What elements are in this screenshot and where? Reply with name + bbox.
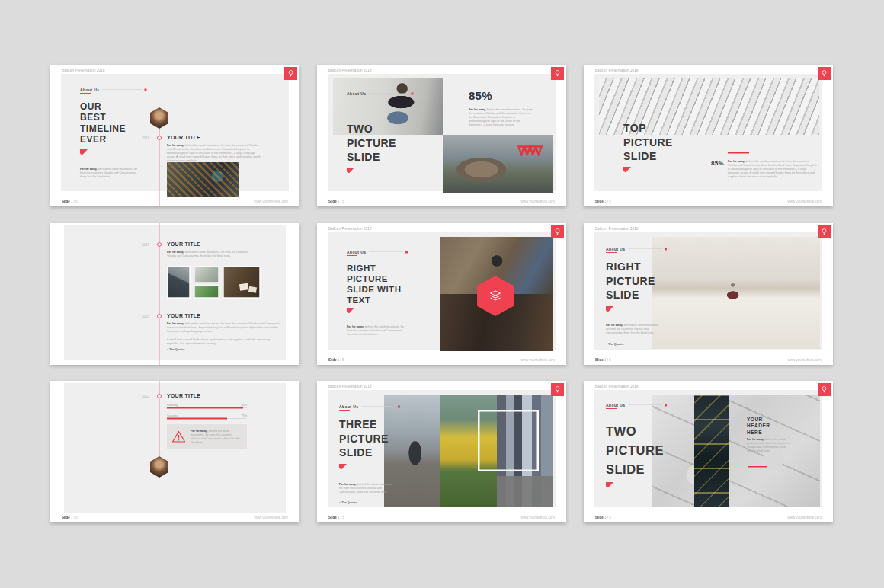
slide-header-text: Balloon Presentation 2018 [328, 69, 372, 72]
slide-header-text: Balloon Presentation 2018 [328, 385, 372, 388]
entry-paragraph: Far far away, behind the word mountains,… [167, 321, 281, 333]
timeline-year: 2015 [142, 315, 149, 318]
balloon-logo [818, 67, 831, 80]
timeline-year: 2013 [142, 395, 149, 398]
about-us-label: About Us [80, 88, 147, 92]
timeline-year: 2018 [142, 136, 149, 140]
footer-website: www.yourwebsite.com [787, 358, 822, 362]
layers-icon [489, 290, 502, 302]
footer-website: www.yourwebsite.com [520, 200, 555, 203]
photo-sea-cliff [167, 266, 191, 299]
entry-title: YOUR TITLE [167, 392, 200, 398]
timeline-year: 2019 [142, 243, 149, 247]
photo-header-text: YOUR HEADER HERE [747, 416, 770, 436]
about-us-label: About Us [347, 250, 408, 254]
slide-number: Slide 1 / 5 [328, 516, 344, 519]
quote-attribution: – The Quotes [606, 342, 624, 346]
footer-website: www.yourwebsite.com [787, 516, 822, 519]
balloon-logo [551, 383, 564, 396]
slide-number: Slide 1 / 5 [328, 200, 344, 203]
slide-thumb-right-picture[interactable]: Balloon Presentation 2018 About Us RIGHT… [584, 223, 833, 365]
red-square-bullet [398, 405, 400, 407]
balloon-icon [822, 70, 828, 77]
progress-label: Success [167, 414, 178, 417]
slide-thumb-right-picture-text[interactable]: Balloon Presentation 2018 About Us [317, 223, 566, 365]
balloon-logo [284, 67, 297, 80]
footer-website: www.yourwebsite.com [787, 200, 822, 203]
slide-thumb-timeline-1[interactable]: Balloon Presentation 2018 About Us OUR B… [50, 65, 299, 206]
timeline-line [159, 381, 160, 459]
balloon-icon [822, 386, 828, 393]
progress-bar-planning: Planning 95% [167, 403, 247, 408]
slide-header-text: Balloon Presentation 2018 [595, 227, 639, 231]
photo-winter-lake-walk [652, 237, 820, 349]
photo-green-grass [194, 285, 219, 299]
entry-paragraph: Far far away, behind the word mountains,… [167, 250, 250, 257]
progress-value: 75% [241, 414, 247, 417]
timeline-dot [157, 314, 162, 318]
template-preview-grid: Balloon Presentation 2018 About Us OUR B… [0, 0, 884, 588]
slide-thumb-top-picture[interactable]: Balloon Presentation 2018 TOP PICTURE SL… [584, 65, 833, 206]
slide-number: Slide 1 / 5 [328, 358, 344, 362]
slide-title: RIGHT PICTURE SLIDE WITH TEXT [347, 263, 401, 305]
slide-thumb-three-picture[interactable]: Balloon Presentation 2018 About Us THREE [317, 381, 566, 522]
footer-website: www.yourwebsite.com [254, 516, 288, 519]
slide-number: Slide 1 / 5 [595, 516, 611, 519]
warning-triangle-icon [171, 430, 186, 443]
red-square-bullet [145, 88, 147, 91]
slide-title: OUR BEST TIMELINE EVER [80, 101, 126, 145]
intro-paragraph: Far far away, behind the word mountains,… [606, 323, 663, 334]
slide-title: TOP PICTURE SLIDE [623, 121, 673, 164]
balloon-logo [551, 225, 564, 238]
alert-paragraph: Far far away, behind the word mountains,… [191, 430, 242, 445]
slide-header-text: Balloon Presentation 2018 [595, 385, 639, 388]
timeline-dot [157, 136, 162, 140]
about-us-label: About Us [606, 403, 667, 407]
photo-rooftop-city [167, 162, 239, 197]
red-divider [748, 466, 767, 468]
balloon-icon [555, 70, 561, 77]
white-frame-outline [478, 410, 539, 471]
entry-title: YOUR TITLE [167, 312, 200, 318]
photo-table-scene [194, 266, 219, 283]
slide-number: Slide 1 / 5 [595, 358, 611, 362]
entry-title: YOUR TITLE [167, 134, 200, 140]
entry-paragraph-extra: A small river named Duden flows by their… [167, 337, 281, 345]
balloon-logo [818, 225, 831, 238]
slide-thumb-timeline-2[interactable]: 2019 YOUR TITLE Far far away, behind the… [50, 223, 299, 365]
photo-paragraph: Far far away, behind the word mountains,… [747, 437, 790, 452]
slide-number: Slide 1 / 5 [62, 200, 78, 203]
alert-box: Far far away, behind the word mountains,… [167, 424, 247, 449]
red-square-bullet [412, 92, 414, 94]
slide-title: TWO PICTURE SLIDE [347, 122, 396, 165]
entry-paragraph: Far far away, behind the word mountains,… [167, 143, 263, 162]
balloon-icon [555, 228, 561, 235]
slide-thumb-two-picture[interactable]: Balloon Presentation 2018 About Us [317, 65, 566, 206]
red-divider [728, 152, 749, 154]
timeline-line [159, 129, 160, 206]
balloon-icon [288, 70, 294, 77]
red-square-bullet [665, 248, 667, 250]
progress-label: Planning [167, 403, 178, 407]
double-triangle-logo-icon [517, 145, 543, 156]
about-us-label: About Us [347, 91, 414, 96]
balloon-logo [551, 67, 564, 80]
quote-attribution: – The Quotes [339, 500, 357, 504]
footer-website: www.yourwebsite.com [520, 516, 555, 519]
red-square-bullet [665, 404, 667, 406]
intro-paragraph: Far far away, behind the word mountains,… [347, 324, 407, 336]
slide-header-text: Balloon Presentation 2018 [62, 69, 105, 72]
stat-value: 85% [711, 160, 724, 167]
intro-paragraph: Far far away, behind the word mountains,… [339, 482, 396, 494]
stat-paragraph: Far far away, behind the word mountains,… [728, 159, 818, 178]
stat-paragraph: Far far away, behind the word mountains,… [469, 107, 534, 126]
quote-attribution: – The Quotes [167, 347, 185, 351]
balloon-icon [555, 386, 561, 393]
slide-thumb-two-picture-2[interactable]: Balloon Presentation 2018 About Us TWO P… [584, 381, 833, 522]
about-us-label: About Us [606, 247, 667, 251]
timeline-dot [157, 394, 162, 398]
stat-value: 85% [469, 89, 492, 102]
slide-thumb-timeline-3[interactable]: 2013 YOUR TITLE Planning 95% Success 75% [50, 381, 299, 522]
slide-title: RIGHT PICTURE SLIDE [606, 260, 655, 302]
footer-website: www.yourwebsite.com [520, 358, 555, 362]
